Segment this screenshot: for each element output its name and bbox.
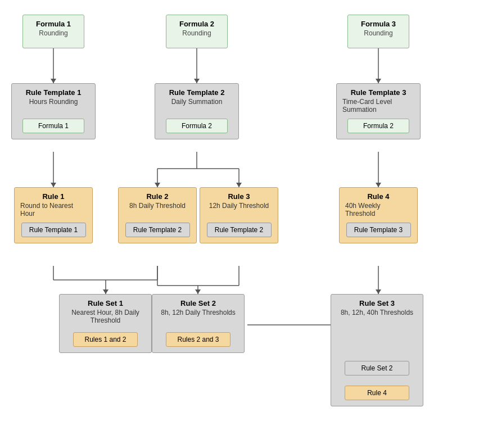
rule-template-2-node: Rule Template 2 Daily Summation Formula … [155,83,239,139]
rs3-inner2: Rule 4 [345,386,409,400]
rs1-inner: Rules 1 and 2 [73,332,138,347]
r1-sub: Round to Nearest Hour [20,202,87,218]
formula-1-box: Formula 1 Rounding [22,15,84,48]
rt2-title: Rule Template 2 [169,88,225,97]
rs3-title: Rule Set 3 [359,299,395,307]
rs1-title: Rule Set 1 [88,299,123,307]
formula-2-node: Formula 2 Rounding [166,15,228,48]
svg-marker-5 [376,79,381,83]
svg-marker-1 [51,79,56,83]
formula-1-title: Formula 1 [36,20,71,28]
formula-3-node: Formula 3 Rounding [347,15,409,48]
rt1-title: Rule Template 1 [26,88,82,97]
rt1-inner: Formula 1 [22,119,84,133]
r2-sub: 8h Daily Threshold [129,202,186,210]
r3-inner: Rule Template 2 [207,223,272,237]
rule-3-node: Rule 3 12h Daily Threshold Rule Template… [200,187,278,243]
rule-4-box: Rule 4 40h Weekly Threshold Rule Templat… [339,187,418,243]
r1-title: Rule 1 [42,192,64,201]
rule-template-3-box: Rule Template 3 Time-Card Level Summatio… [336,83,421,139]
rule-3-box: Rule 3 12h Daily Threshold Rule Template… [200,187,278,243]
formula-3-title: Formula 3 [361,20,396,28]
svg-marker-25 [195,289,201,294]
rt1-sub: Hours Rounding [29,98,78,106]
formula-3-sub: Rounding [364,29,392,37]
rs2-sub: 8h, 12h Daily Thresholds [161,309,236,316]
r4-inner: Rule Template 3 [346,223,411,237]
rule-4-node: Rule 4 40h Weekly Threshold Rule Templat… [339,187,418,243]
rule-template-1-node: Rule Template 1 Hours Rounding Formula 1 [11,83,96,139]
rt3-inner: Formula 2 [347,119,409,133]
formula-2-box: Formula 2 Rounding [166,15,228,48]
r4-title: Rule 4 [367,192,389,201]
rs3-sub: 8h, 12h, 40h Thresholds [341,309,413,316]
rule-set-1-box: Rule Set 1 Nearest Hour, 8h Daily Thresh… [59,294,152,353]
rt2-sub: Daily Summation [171,98,223,106]
rule-template-1-box: Rule Template 1 Hours Rounding Formula 1 [11,83,96,139]
formula-1-sub: Rounding [39,29,67,37]
svg-marker-27 [376,289,381,294]
formula-2-title: Formula 2 [179,20,214,28]
svg-marker-13 [236,183,242,187]
r3-title: Rule 3 [228,192,250,201]
rs3-inner1: Rule Set 2 [345,361,409,375]
r3-sub: 12h Daily Threshold [209,202,269,210]
svg-marker-11 [155,183,160,187]
rule-set-3-node: Rule Set 3 8h, 12h, 40h Thresholds Rule … [331,294,423,406]
svg-marker-20 [103,289,109,294]
rule-set-1-node: Rule Set 1 Nearest Hour, 8h Daily Thresh… [59,294,152,353]
r2-title: Rule 2 [146,192,168,201]
formula-1-node: Formula 1 Rounding [22,15,84,48]
rule-1-node: Rule 1 Round to Nearest Hour Rule Templa… [14,187,93,243]
rt3-sub: Time-Card Level Summation [342,98,414,114]
r2-inner: Rule Template 2 [125,223,190,237]
formula-3-box: Formula 3 Rounding [347,15,409,48]
rule-2-box: Rule 2 8h Daily Threshold Rule Template … [118,187,197,243]
rs1-sub: Nearest Hour, 8h Daily Threshold [65,309,146,324]
svg-marker-15 [376,183,381,187]
rs2-inner: Rules 2 and 3 [166,332,231,347]
rule-set-2-node: Rule Set 2 8h, 12h Daily Thresholds Rule… [152,294,245,353]
rt3-title: Rule Template 3 [351,88,406,97]
svg-marker-3 [194,79,200,83]
rule-template-3-node: Rule Template 3 Time-Card Level Summatio… [336,83,421,139]
rule-1-box: Rule 1 Round to Nearest Hour Rule Templa… [14,187,93,243]
rule-2-node: Rule 2 8h Daily Threshold Rule Template … [118,187,197,243]
rt2-inner: Formula 2 [166,119,228,133]
rule-set-2-box: Rule Set 2 8h, 12h Daily Thresholds Rule… [152,294,245,353]
r1-inner: Rule Template 1 [21,223,86,237]
rs2-title: Rule Set 2 [180,299,216,307]
formula-2-sub: Rounding [182,29,211,37]
r4-sub: 40h Weekly Threshold [345,202,412,218]
svg-marker-7 [51,183,56,187]
rule-set-3-box: Rule Set 3 8h, 12h, 40h Thresholds Rule … [331,294,423,406]
rule-template-2-box: Rule Template 2 Daily Summation Formula … [155,83,239,139]
